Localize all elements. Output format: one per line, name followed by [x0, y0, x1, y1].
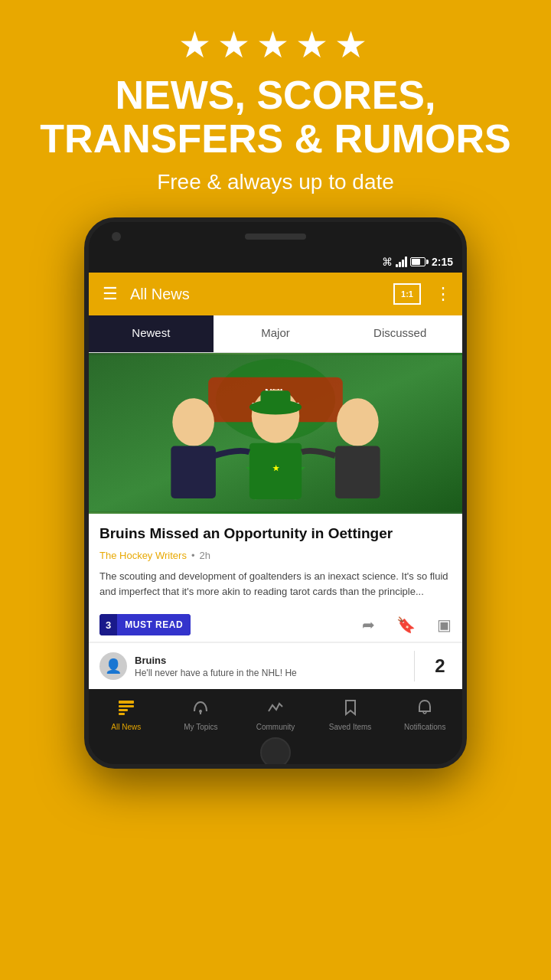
phone-top-bar	[89, 222, 462, 251]
all-news-icon	[117, 699, 135, 720]
phone-camera	[112, 232, 121, 241]
stars-rating: ★★★★★	[178, 23, 373, 66]
comment-text: He'll never have a future in the NHL! He	[135, 668, 400, 678]
must-read-count: 3	[99, 614, 117, 635]
phone-body: ⌘ 2:15 ☰ All News 1:1	[84, 217, 467, 769]
tab-newest[interactable]: Newest	[89, 315, 214, 352]
my-topics-icon	[191, 699, 210, 720]
status-time: 2:15	[432, 256, 453, 268]
article-excerpt[interactable]: The scouting and development of goaltend…	[99, 569, 452, 599]
score-board-icon[interactable]: 1:1	[393, 283, 421, 305]
promo-subtitle: Free & always up to date	[157, 170, 394, 194]
bottom-nav: All News My Topics Com	[89, 689, 462, 741]
comment-divider	[414, 651, 415, 681]
signal-bars-icon	[396, 256, 407, 267]
action-bar: 3 MUST READ ➦ 🔖 ▣	[89, 608, 462, 642]
nav-label-saved-items: Saved Items	[329, 723, 372, 731]
nav-label-all-news: All News	[111, 723, 141, 731]
community-icon	[266, 699, 285, 720]
svg-rect-8	[171, 446, 216, 498]
app-bar-title: All News	[130, 286, 384, 303]
svg-point-12	[337, 399, 379, 446]
saved-items-icon	[341, 699, 360, 720]
tab-discussed[interactable]: Discussed	[337, 315, 462, 352]
promo-area: ★★★★★ NEWS, SCORES, TRANSFERS & RUMORS F…	[0, 0, 551, 210]
notifications-icon	[416, 699, 434, 720]
copy-icon[interactable]: ▣	[437, 616, 452, 634]
svg-rect-19	[119, 713, 125, 715]
phone-bottom-bar	[89, 741, 462, 764]
phone-speaker	[245, 234, 306, 240]
article-action-icons: ➦ 🔖 ▣	[206, 616, 452, 634]
wifi-icon: ⌘	[382, 256, 393, 268]
source-separator: •	[191, 550, 195, 561]
bookmark-icon[interactable]: 🔖	[396, 616, 416, 634]
svg-point-7	[172, 399, 214, 446]
status-icons: ⌘ 2:15	[382, 256, 453, 268]
phone-mockup: ⌘ 2:15 ☰ All News 1:1	[77, 217, 474, 980]
nav-label-notifications: Notifications	[404, 723, 445, 731]
draft-scene-svg: NHL DRAFT 2017 ★	[89, 353, 462, 514]
tab-major[interactable]: Major	[214, 315, 338, 352]
must-read-badge[interactable]: 3 MUST READ	[99, 614, 191, 635]
article-title[interactable]: Bruins Missed an Opportunity in Oettinge…	[99, 524, 452, 544]
share-icon[interactable]: ➦	[362, 616, 375, 634]
svg-rect-13	[335, 446, 380, 498]
svg-text:★: ★	[272, 464, 280, 472]
must-read-label: MUST READ	[117, 614, 191, 635]
home-button[interactable]	[260, 737, 291, 768]
article-time: 2h	[199, 550, 210, 561]
nav-item-my-topics[interactable]: My Topics	[164, 694, 239, 736]
content-area: NHL DRAFT 2017 ★	[89, 353, 462, 689]
hamburger-menu-icon[interactable]: ☰	[99, 281, 121, 307]
comment-avatar: 👤	[99, 652, 127, 680]
article-source-name[interactable]: The Hockey Writers	[99, 550, 187, 561]
nav-label-community: Community	[256, 723, 295, 731]
nav-item-notifications[interactable]: Notifications	[387, 694, 462, 736]
tabs-bar: Newest Major Discussed	[89, 315, 462, 353]
nav-label-my-topics: My Topics	[184, 723, 217, 731]
app-bar: ☰ All News 1:1 ⋮	[89, 273, 462, 315]
article-content: Bruins Missed an Opportunity in Oettinge…	[89, 514, 462, 608]
svg-rect-16	[119, 701, 134, 704]
comment-text-area: Bruins He'll never have a future in the …	[135, 655, 400, 678]
svg-rect-18	[119, 709, 128, 711]
comment-count: 2	[429, 655, 452, 677]
comment-username: Bruins	[135, 655, 400, 666]
status-bar: ⌘ 2:15	[89, 251, 462, 273]
nav-item-saved-items[interactable]: Saved Items	[313, 694, 388, 736]
more-options-icon[interactable]: ⋮	[435, 284, 452, 304]
svg-rect-21	[200, 710, 201, 714]
battery-icon	[410, 257, 425, 266]
svg-rect-15	[260, 391, 290, 407]
nav-item-all-news[interactable]: All News	[89, 694, 164, 736]
promo-title: NEWS, SCORES, TRANSFERS & RUMORS	[15, 74, 536, 161]
article-image: NHL DRAFT 2017 ★	[89, 353, 462, 514]
comment-preview[interactable]: 👤 Bruins He'll never have a future in th…	[89, 642, 462, 689]
article-source: The Hockey Writers • 2h	[99, 550, 452, 561]
nav-item-community[interactable]: Community	[238, 694, 313, 736]
svg-rect-17	[119, 705, 134, 707]
